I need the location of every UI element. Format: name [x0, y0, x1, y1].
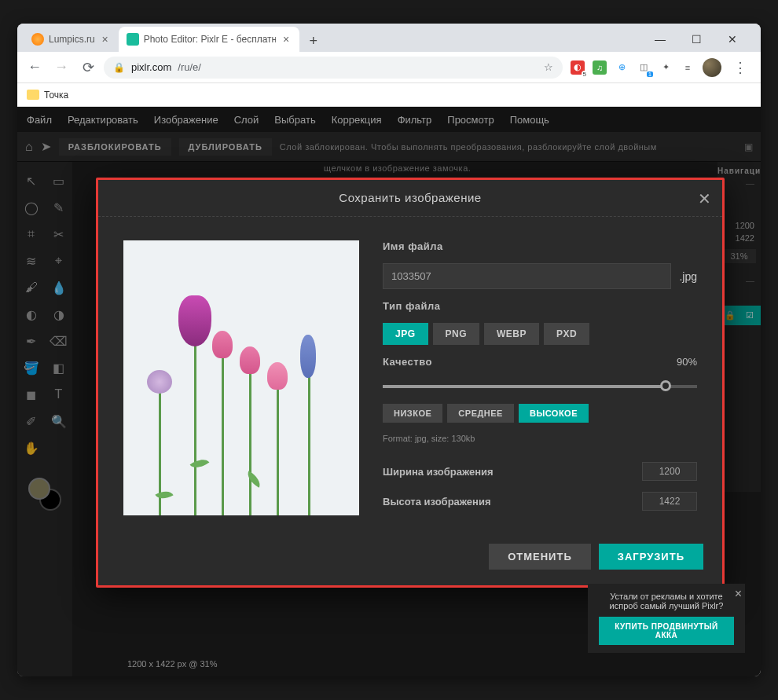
download-button[interactable]: ЗАГРУЗИТЬ	[599, 544, 703, 570]
maximize-button[interactable]: ☐	[684, 33, 709, 46]
filename-input[interactable]	[383, 263, 671, 289]
quality-label: Качество	[383, 356, 432, 368]
extensions: ◐5 ♫ ⊕ ◫1 ✦ ≡ ⋮	[567, 57, 754, 79]
filetype-label: Тип файла	[383, 300, 697, 312]
quality-slider[interactable]	[383, 385, 697, 388]
browser-window: Lumpics.ru × Photo Editor: Pixlr E - бес…	[17, 24, 761, 676]
back-button[interactable]: ←	[24, 57, 46, 79]
save-form: Имя файла .jpg Тип файла JPG PNG WEBP PX…	[383, 240, 697, 515]
cancel-button[interactable]: ОТМЕНИТЬ	[489, 544, 591, 570]
pixlr-app: Файл Редактировать Изображение Слой Выбр…	[17, 107, 761, 676]
bookmark-star-icon[interactable]: ☆	[544, 61, 553, 73]
quality-low-button[interactable]: НИЗКОЕ	[383, 404, 442, 423]
kebab-menu-icon[interactable]: ⋮	[729, 57, 751, 79]
height-input[interactable]	[642, 492, 697, 511]
width-label: Ширина изображения	[383, 466, 494, 478]
profile-avatar[interactable]	[703, 58, 721, 77]
format-webp-button[interactable]: WEBP	[484, 323, 539, 345]
favicon-lumpics	[31, 33, 44, 46]
bookmark-item[interactable]: Точка	[44, 90, 68, 101]
close-icon[interactable]: ×	[735, 587, 742, 601]
promo-banner: × Устали от рекламы и хотите испроб самы…	[588, 584, 745, 653]
bookmarks-bar: Точка	[17, 83, 761, 107]
ext-adblock-icon[interactable]: ◐5	[571, 60, 585, 75]
url-host: pixlr.com	[131, 61, 171, 73]
buy-premium-button[interactable]: КУПИТЬ ПРОДВИНУТЫЙ АККА	[599, 617, 734, 645]
lock-icon: 🔒	[113, 62, 125, 73]
minimize-button[interactable]: —	[648, 33, 673, 46]
ext-music-icon[interactable]: ♫	[593, 60, 607, 75]
close-icon[interactable]: ×	[281, 34, 291, 45]
dialog-body: Имя файла .jpg Тип файла JPG PNG WEBP PX…	[98, 217, 722, 531]
tab-title: Lumpics.ru	[49, 34, 95, 45]
height-label: Высота изображения	[383, 496, 491, 508]
slider-thumb[interactable]	[660, 380, 671, 391]
tab-pixlr[interactable]: Photo Editor: Pixlr E - бесплатны ×	[119, 27, 299, 52]
filename-label: Имя файла	[383, 240, 697, 252]
quality-value: 90%	[677, 356, 697, 368]
tab-lumpics[interactable]: Lumpics.ru ×	[24, 27, 119, 52]
quality-high-button[interactable]: ВЫСОКОЕ	[519, 404, 589, 423]
url-path: /ru/e/	[178, 61, 201, 73]
width-input[interactable]	[642, 462, 697, 481]
save-dialog: Сохранить изображение ✕	[96, 178, 725, 588]
close-window-button[interactable]: ✕	[720, 33, 745, 46]
close-icon[interactable]: ✕	[698, 189, 711, 208]
titlebar: Lumpics.ru × Photo Editor: Pixlr E - бес…	[17, 24, 761, 52]
close-icon[interactable]: ×	[100, 34, 111, 45]
extensions-puzzle-icon[interactable]: ✦	[659, 60, 673, 75]
status-bar: 1200 x 1422 px @ 31%	[127, 659, 218, 669]
dialog-footer: ОТМЕНИТЬ ЗАГРУЗИТЬ	[98, 531, 722, 585]
format-pxd-button[interactable]: PXD	[544, 323, 589, 345]
dialog-title: Сохранить изображение	[339, 191, 481, 204]
image-preview	[123, 240, 359, 515]
format-png-button[interactable]: PNG	[433, 323, 480, 345]
format-info-text: Format: jpg, size: 130kb	[383, 434, 697, 443]
new-tab-button[interactable]: +	[303, 30, 325, 52]
dialog-header: Сохранить изображение ✕	[98, 180, 722, 217]
format-jpg-button[interactable]: JPG	[383, 323, 428, 345]
quality-med-button[interactable]: СРЕДНЕЕ	[447, 404, 514, 423]
forward-button[interactable]: →	[50, 57, 72, 79]
ext-box-icon[interactable]: ◫1	[637, 60, 651, 75]
favicon-pixlr	[127, 33, 139, 46]
tab-title: Photo Editor: Pixlr E - бесплатны	[144, 34, 277, 45]
window-controls: — ☐ ✕	[648, 33, 754, 52]
url-input[interactable]: 🔒 pixlr.com/ru/e/ ☆	[104, 57, 563, 79]
folder-icon	[27, 90, 39, 100]
ext-globe-icon[interactable]: ⊕	[615, 60, 629, 75]
reload-button[interactable]: ⟳	[77, 57, 99, 79]
file-extension: .jpg	[679, 270, 697, 283]
address-bar: ← → ⟳ 🔒 pixlr.com/ru/e/ ☆ ◐5 ♫ ⊕ ◫1 ✦ ≡ …	[17, 52, 761, 83]
promo-text: Устали от рекламы и хотите испроб самый …	[599, 592, 734, 610]
reading-list-icon[interactable]: ≡	[681, 60, 695, 75]
